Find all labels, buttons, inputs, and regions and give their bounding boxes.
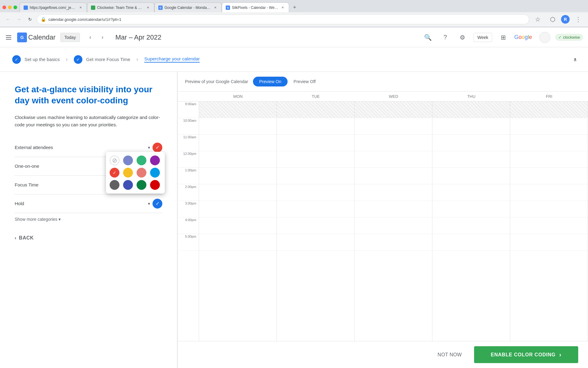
menu-icon[interactable]: ⋮ [572,13,584,25]
cal-cell [277,217,354,234]
wizard-step-1[interactable]: ✓ Set up the basics [7,55,65,64]
cal-col-thu: THU [432,92,510,101]
preview-off-tab[interactable]: Preview Off [288,77,322,86]
cal-cell [277,201,354,217]
clockwise-check-icon: ✓ [558,35,562,40]
wizard-left-panel: Get at-a-glance visibility into your day… [0,72,178,368]
cp-swatch-none[interactable]: ⊘ [110,155,119,165]
cal-cell [432,234,510,251]
category-external-name: External attendees [15,145,148,150]
cal-day-thu [432,102,510,341]
category-hold: Hold ▾ ✓ [15,194,162,213]
cal-cell [199,201,277,217]
cal-cell [510,135,588,151]
tab-title-2: Clockwise: Team Time & Calen... [97,6,144,10]
wizard-step-1-label: Set up the basics [24,57,60,62]
back-nav-button[interactable]: ← [4,15,12,24]
preview-on-tab[interactable]: Preview On [253,77,287,86]
cp-swatch-tomato-dark[interactable] [150,180,160,190]
tab-favicon-2 [91,6,95,10]
cp-swatch-blueberry[interactable] [123,180,133,190]
tab-close-4[interactable]: ✕ [280,5,285,10]
nav-date-range: Mar – Apr 2022 [115,33,161,41]
bookmark-icon[interactable]: ☆ [532,13,544,25]
clockwise-label: clockwise [563,35,580,40]
cal-time-header [178,92,199,101]
cal-col-fri: FRI [510,92,588,101]
onboarding-panel: ✓ Set up the basics › ✓ Get more Focus T… [0,47,588,368]
cal-cell [355,118,432,135]
week-view-selector[interactable]: Week [473,33,492,42]
profile-icon[interactable]: R [561,15,570,24]
cp-swatch-blue-light[interactable] [123,155,133,165]
cal-cell [277,168,354,184]
today-button[interactable]: Today [60,33,80,42]
not-now-button[interactable]: NOT NOW [430,348,469,361]
category-external-check[interactable]: ✓ [153,143,162,152]
cal-cell [432,151,510,168]
time-slot-3pm: 3:00pm [178,201,199,217]
forward-nav-button[interactable]: → [15,15,23,24]
tab-close-2[interactable]: ✕ [145,5,150,10]
cal-cell [355,217,432,234]
prev-arrow[interactable]: ‹ [85,32,96,43]
tab-favicon-4: G [226,6,230,10]
cal-cell [355,168,432,184]
cal-day-fri [510,102,588,341]
maximize-button[interactable] [13,6,17,9]
time-slot-1pm: 1:00pm [178,168,199,184]
nav-arrows: ‹ › [85,32,108,43]
hamburger-menu-icon[interactable] [5,34,12,41]
cp-swatch-purple[interactable] [150,155,160,165]
category-hold-chevron[interactable]: ▾ [148,201,150,206]
cp-swatch-banana[interactable] [123,168,133,178]
next-arrow[interactable]: › [97,32,108,43]
help-icon[interactable]: ? [439,31,451,44]
tab-close-1[interactable]: ✕ [78,5,83,10]
user-avatar[interactable] [539,32,550,43]
wizard-step-2[interactable]: ✓ Get more Focus Time [69,55,135,64]
apps-icon[interactable]: ⊞ [497,31,509,44]
search-icon[interactable]: 🔍 [422,31,434,44]
extensions-icon[interactable]: ⬡ [546,13,559,25]
browser-tab-3[interactable]: G Google Calendar - Monday, 28... ✕ [154,2,222,12]
browser-tab-2[interactable]: Clockwise: Team Time & Calen... ✕ [87,2,154,12]
cal-cell [199,102,277,118]
cp-swatch-tomato[interactable] [110,168,119,178]
cp-swatch-flamingo[interactable] [137,168,146,178]
cal-cell [199,217,277,234]
wizard-exit-button[interactable] [570,54,581,65]
back-button[interactable]: ‹ BACK [15,235,162,241]
cal-cell [199,118,277,135]
time-slot-12pm: 12:00pm [178,151,199,168]
tab-close-3[interactable]: ✕ [213,5,218,10]
back-arrow-icon: ‹ [15,235,17,241]
cal-preview-body: 9:00am 10:00am 11:00am 12:00pm 1:00pm 2:… [178,102,588,341]
gcal-app-name: Calendar [28,33,55,41]
cp-swatch-graphite[interactable] [110,180,119,190]
browser-tab-1[interactable]: https://pageflows.com/_jemail... ✕ [20,2,87,12]
category-hold-check[interactable]: ✓ [153,199,162,209]
cp-swatch-green[interactable] [137,155,146,165]
time-slot-9am: 9:00am [178,102,199,118]
wizard-step-3[interactable]: Supercharge your calendar [139,56,205,63]
category-external-chevron[interactable]: ▾ [148,145,150,150]
minimize-button[interactable] [8,6,12,9]
category-hold-name: Hold [15,201,148,206]
reload-nav-button[interactable]: ↻ [26,15,34,24]
cp-swatch-peacock[interactable] [150,168,160,178]
browser-tab-4[interactable]: G SilkPixels - Calendar - Week of... ✕ [222,2,289,12]
address-bar[interactable]: 🔒 calendar.google.com/calendar/u/1/r?pli… [37,14,529,24]
cal-cell [510,184,588,201]
close-button[interactable] [2,6,6,9]
enable-color-coding-button[interactable]: ENABLE COLOR CODING › [474,346,578,363]
tab-favicon-3: G [158,6,163,10]
settings-icon[interactable]: ⚙ [456,31,469,44]
google-logo-text: Google [514,34,532,40]
cal-cell [510,217,588,234]
cp-swatch-sage[interactable] [137,180,146,190]
wizard-step-2-label: Get more Focus Time [86,57,130,62]
show-more-categories[interactable]: Show more categories ▾ [15,213,162,225]
new-tab-button[interactable]: + [290,3,299,12]
wizard-arrow-1: › [66,56,68,63]
